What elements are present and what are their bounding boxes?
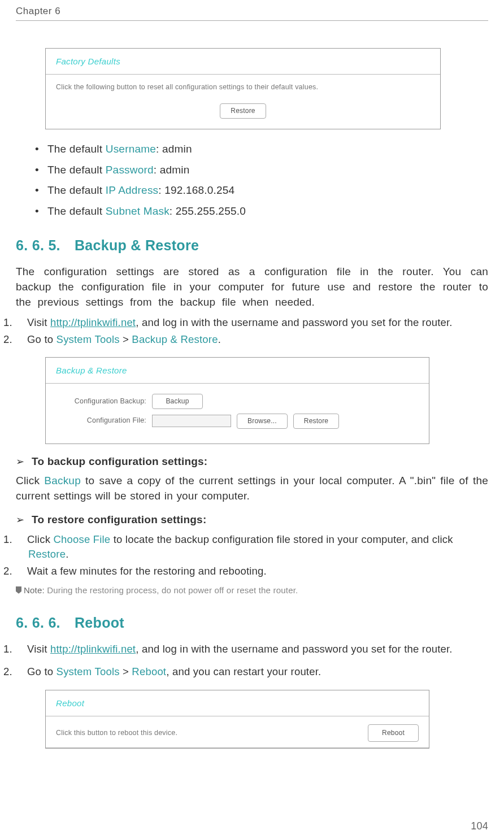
page-header: Chapter 6 <box>16 0 488 21</box>
ip-label: IP Address <box>106 184 159 196</box>
config-file-row: Configuration File: Browse... Restore <box>56 414 419 429</box>
reboot-instruction: Click this button to reboot this device. <box>56 728 177 738</box>
list-item: 2.Go to System Tools > Backup & Restore. <box>16 332 488 347</box>
password-label: Password <box>106 164 154 176</box>
restore-sub-heading: ➢To restore configuration settings: <box>16 512 488 528</box>
chevron-right-icon: ➢ <box>16 455 32 469</box>
flag-icon <box>16 586 21 594</box>
chapter-label: Chapter 6 <box>16 5 60 18</box>
restore-steps: 1.Click Choose File to locate the backup… <box>16 532 488 579</box>
page-number: 104 <box>471 819 488 833</box>
factory-defaults-instruction: Click the following button to reset all … <box>56 82 430 93</box>
restore-file-button[interactable]: Restore <box>293 414 339 429</box>
restore-button[interactable]: Restore <box>220 103 266 119</box>
list-item: 2.Go to System Tools > Reboot, and you c… <box>16 664 488 679</box>
factory-defaults-title: Factory Defaults <box>46 49 440 75</box>
section-665-para: The configuration settings are stored as… <box>16 264 488 310</box>
list-item: 1.Visit http://tplinkwifi.net, and log i… <box>16 315 488 330</box>
username-label: Username <box>106 143 156 155</box>
chevron-right-icon: ➢ <box>16 513 32 527</box>
list-item: •The default Username: admin <box>35 142 488 157</box>
file-input[interactable] <box>152 415 231 427</box>
list-item: •The default IP Address: 192.168.0.254 <box>35 183 488 198</box>
defaults-list: •The default Username: admin •The defaul… <box>16 142 488 219</box>
reboot-title: Reboot <box>46 690 429 716</box>
list-item: 1.Click Choose File to locate the backup… <box>16 532 488 562</box>
section-666-heading: 6. 6. 6.Reboot <box>16 613 488 633</box>
reboot-panel: Reboot Click this button to reboot this … <box>45 690 429 749</box>
tplink-link[interactable]: http://tplinkwifi.net <box>50 316 136 328</box>
factory-defaults-panel: Factory Defaults Click the following but… <box>45 48 441 129</box>
browse-button[interactable]: Browse... <box>237 414 288 429</box>
backup-sub-heading: ➢To backup configuration settings: <box>16 454 488 470</box>
list-item: •The default Subnet Mask: 255.255.255.0 <box>35 204 488 219</box>
backup-restore-title: Backup & Restore <box>46 358 429 384</box>
section-665-heading: 6. 6. 5.Backup & Restore <box>16 236 488 255</box>
config-backup-row: Configuration Backup: Backup <box>56 394 419 409</box>
backup-button[interactable]: Backup <box>152 394 203 409</box>
note: Note: During the restoring process, do n… <box>16 584 488 596</box>
list-item: 1.Visit http://tplinkwifi.net, and log i… <box>16 642 488 657</box>
list-item: 2.Wait a few minutes for the restoring a… <box>16 564 488 579</box>
backup-restore-panel: Backup & Restore Configuration Backup: B… <box>45 357 429 444</box>
section-666-steps: 1.Visit http://tplinkwifi.net, and log i… <box>16 642 488 679</box>
tplink-link[interactable]: http://tplinkwifi.net <box>50 643 136 655</box>
backup-sub-para: Click Backup to save a copy of the curre… <box>16 473 488 503</box>
reboot-button[interactable]: Reboot <box>368 724 419 742</box>
list-item: •The default Password: admin <box>35 163 488 178</box>
section-665-steps: 1.Visit http://tplinkwifi.net, and log i… <box>16 315 488 347</box>
subnet-label: Subnet Mask <box>106 205 170 217</box>
